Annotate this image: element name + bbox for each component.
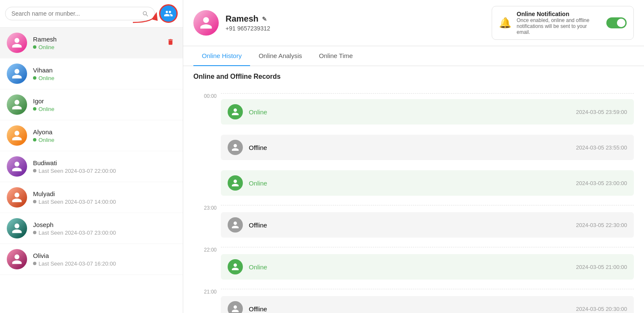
time-label: 21:00 (198, 283, 221, 295)
contact-status: Last Seen 2024-03-07 23:00:00 (33, 230, 165, 236)
status-text: Online (39, 106, 55, 112)
contact-name: Vihaan (33, 66, 165, 74)
edit-icon[interactable]: ✎ (262, 16, 267, 22)
contact-status: Online (33, 137, 165, 143)
status-dot-offline (33, 200, 36, 203)
contact-name: Budiwati (33, 159, 165, 166)
header-name: Ramesh ✎ (226, 14, 270, 24)
record-label: Offline (249, 222, 576, 229)
offline-icon (228, 301, 243, 313)
tab-online-history[interactable]: Online History (193, 46, 250, 66)
search-bar (0, 0, 183, 28)
time-spacer (198, 145, 221, 151)
record-label: Offline (249, 144, 576, 151)
list-item[interactable]: Mulyadi Last Seen 2024-03-07 14:00:00 (0, 182, 183, 213)
header-user-info: Ramesh ✎ +91 9657239312 (226, 14, 270, 32)
notification-description: Once enabled, online and offline notific… (517, 17, 601, 35)
list-item[interactable]: Ramesh Online (0, 28, 183, 58)
search-wrapper (5, 7, 155, 20)
online-icon (228, 175, 243, 191)
contact-info: Ramesh Online (33, 36, 165, 50)
list-item[interactable]: Joseph Last Seen 2024-03-07 23:00:00 (0, 213, 183, 244)
records-title: Online and Offline Records (193, 73, 634, 80)
avatar (7, 156, 27, 177)
online-icon (228, 104, 243, 119)
status-text: Last Seen 2024-03-07 16:20:00 (39, 260, 116, 267)
header-left: Ramesh ✎ +91 9657239312 (193, 10, 270, 36)
list-item[interactable]: Olivia Last Seen 2024-03-07 16:20:00 (0, 244, 183, 275)
add-user-button[interactable] (159, 4, 178, 23)
avatar (7, 94, 27, 115)
record-row-online: Online 2024-03-05 23:00:00 (221, 170, 634, 196)
contact-info: Olivia Last Seen 2024-03-07 16:20:00 (33, 252, 165, 267)
avatar (7, 125, 27, 146)
tabs: Online History Online Analysis Online Ti… (183, 46, 644, 66)
status-text: Last Seen 2024-03-07 14:00:00 (39, 199, 116, 205)
avatar (7, 33, 27, 53)
avatar (7, 187, 27, 208)
contact-info: Alyona Online (33, 128, 165, 143)
status-dot-online (33, 138, 36, 141)
status-dot-online (33, 107, 36, 111)
contact-name: Joseph (33, 221, 165, 228)
record-row-online: Online 2024-03-05 23:59:00 (221, 99, 634, 125)
online-icon (228, 259, 243, 274)
notification-panel: 🔔 Online Notification Once enabled, onli… (492, 6, 634, 40)
main-content: Ramesh ✎ +91 9657239312 🔔 Online Notific… (183, 0, 644, 313)
notification-text: Online Notification Once enabled, online… (517, 11, 601, 35)
avatar (7, 64, 27, 84)
contact-info: Budiwati Last Seen 2024-03-07 22:00:00 (33, 159, 165, 174)
status-dot-offline (33, 169, 36, 172)
status-dot-offline (33, 231, 36, 234)
status-text: Last Seen 2024-03-07 23:00:00 (39, 230, 116, 236)
tab-online-time[interactable]: Online Time (311, 46, 361, 66)
contact-list: Ramesh Online Vihaan Online (0, 28, 183, 313)
tab-online-analysis[interactable]: Online Analysis (250, 46, 311, 66)
record-label: Online (249, 263, 576, 271)
time-spacer (198, 110, 221, 116)
offline-icon (228, 217, 243, 233)
time-spacer (198, 307, 221, 313)
contact-status: Last Seen 2024-03-07 22:00:00 (33, 168, 165, 174)
contact-info: Joseph Last Seen 2024-03-07 23:00:00 (33, 221, 165, 236)
sidebar: Ramesh Online Vihaan Online (0, 0, 183, 313)
delete-button[interactable] (165, 36, 176, 50)
record-timestamp: 2024-03-05 23:55:00 (576, 144, 627, 151)
time-spacer (198, 181, 221, 187)
status-text: Online (39, 75, 55, 81)
contact-status: Last Seen 2024-03-07 16:20:00 (33, 260, 165, 267)
notification-title: Online Notification (517, 11, 601, 17)
offline-icon (228, 140, 243, 155)
record-row-offline: Offline 2024-03-05 23:55:00 (221, 135, 634, 160)
contact-name: Mulyadi (33, 190, 165, 197)
contact-info: Igor Online (33, 97, 165, 112)
contact-info: Vihaan Online (33, 66, 165, 81)
avatar (7, 249, 27, 269)
user-name-text: Ramesh (226, 14, 259, 24)
contact-name: Olivia (33, 252, 165, 259)
list-item[interactable]: Igor Online (0, 89, 183, 120)
search-icon (142, 10, 149, 17)
time-spacer (198, 265, 221, 271)
record-row-offline: Offline 2024-03-05 22:30:00 (221, 212, 634, 238)
notification-toggle[interactable] (606, 17, 627, 28)
list-item[interactable]: Budiwati Last Seen 2024-03-07 22:00:00 (0, 151, 183, 182)
record-row-offline: Offline 2024-03-05 20:30:00 (221, 296, 634, 313)
contact-name: Igor (33, 97, 165, 105)
header: Ramesh ✎ +91 9657239312 🔔 Online Notific… (183, 0, 644, 46)
record-timestamp: 2024-03-05 22:30:00 (576, 222, 627, 228)
record-label: Online (249, 180, 576, 187)
contact-status: Last Seen 2024-03-07 14:00:00 (33, 199, 165, 205)
status-dot-offline (33, 262, 36, 265)
list-item[interactable]: Alyona Online (0, 120, 183, 151)
avatar (7, 218, 27, 238)
status-text: Online (39, 44, 55, 50)
status-dot-online (33, 76, 36, 80)
search-input[interactable] (11, 10, 138, 17)
list-item[interactable]: Vihaan Online (0, 58, 183, 89)
bell-icon: 🔔 (499, 17, 512, 29)
time-label: 23:00 (198, 199, 221, 211)
header-phone: +91 9657239312 (226, 25, 270, 32)
contact-info: Mulyadi Last Seen 2024-03-07 14:00:00 (33, 190, 165, 205)
record-timestamp: 2024-03-05 20:30:00 (576, 306, 627, 312)
